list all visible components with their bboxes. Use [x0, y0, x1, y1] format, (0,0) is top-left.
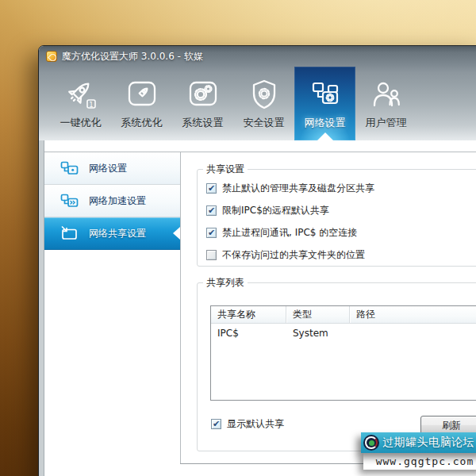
cell-share-name: IPC$: [211, 328, 286, 339]
app-logo-icon: [46, 51, 57, 62]
forum-website: www.gqgtpc.com: [376, 455, 474, 467]
show-default-share-row: ✔ 显示默认共享: [211, 417, 284, 431]
table-header: 共享名称 类型 路径: [211, 306, 476, 324]
tab-user-management[interactable]: 用户管理: [355, 67, 416, 140]
checkbox-row: ✔ 禁止默认的管理共享及磁盘分区共享: [206, 182, 374, 195]
sidebar-item-network-settings[interactable]: 网络设置: [44, 152, 180, 185]
group-title: 共享列表: [203, 277, 248, 289]
column-header-share-name[interactable]: 共享名称: [211, 306, 286, 323]
checkbox-label: 禁止默认的管理共享及磁盘分区共享: [222, 182, 374, 195]
sidebar-item-network-share[interactable]: 网络共享设置: [44, 217, 180, 250]
tab-security-settings[interactable]: 安全设置: [233, 67, 294, 140]
main-toolbar: 1 一键优化: [39, 67, 476, 140]
check-icon: ✔: [208, 206, 215, 215]
tab-label: 系统设置: [182, 116, 224, 130]
tab-one-key-optimize[interactable]: 1 一键优化: [50, 67, 111, 140]
checkbox-dont-save-visited-share-folders[interactable]: [206, 250, 217, 260]
column-header-type[interactable]: 类型: [286, 306, 350, 323]
watermark-url-box: www.gqgtpc.com: [363, 453, 476, 470]
tab-label: 网络设置: [305, 116, 346, 130]
sidebar-item-label: 网络共享设置: [89, 227, 146, 240]
selected-tab-arrow: [317, 132, 333, 140]
svg-text:1: 1: [89, 101, 93, 109]
column-header-path[interactable]: 路径: [350, 306, 476, 323]
checkbox-forbid-ipc-null-connection[interactable]: ✔: [206, 228, 217, 238]
checkbox-label: 禁止进程间通讯, IPC$ 的空连接: [222, 226, 357, 240]
tab-label: 安全设置: [244, 116, 285, 130]
sidebar: 网络设置 网络加速设置: [44, 152, 180, 250]
network-settings-icon: [60, 161, 79, 175]
check-icon: ✔: [208, 184, 215, 193]
checkbox-show-default-share[interactable]: ✔: [211, 419, 221, 429]
watermark-banner: 过期罐头电脑论坛: [361, 432, 476, 453]
window-title: 魔方优化设置大师 3.0.0.6 - 软媒: [62, 50, 203, 63]
rocket-badge-icon: 1: [63, 79, 99, 110]
checkbox-disable-admin-share[interactable]: ✔: [206, 183, 217, 194]
checkbox-label: 显示默认共享: [227, 417, 284, 431]
network-nodes-icon: [307, 79, 344, 110]
forum-name: 过期罐头电脑论坛: [382, 436, 474, 450]
checkbox-row: ✔ 禁止进程间通讯, IPC$ 的空连接: [206, 226, 357, 240]
checkbox-restrict-ipc-remote-share[interactable]: ✔: [206, 205, 217, 216]
app-window: 魔方优化设置大师 3.0.0.6 - 软媒 1: [38, 45, 476, 476]
shield-gear-icon: [246, 79, 282, 110]
network-acceleration-icon: [60, 194, 79, 208]
tab-system-settings[interactable]: 系统设置: [172, 67, 233, 140]
checkbox-row: ✔ 限制IPC$的远程默认共享: [206, 204, 329, 217]
sidebar-item-label: 网络设置: [89, 162, 127, 175]
title-bar[interactable]: 魔方优化设置大师 3.0.0.6 - 软媒: [39, 46, 476, 67]
tab-label: 一键优化: [60, 116, 102, 130]
network-share-icon: [60, 226, 79, 240]
group-title: 共享设置: [203, 163, 248, 175]
tab-label: 用户管理: [366, 116, 407, 130]
checkbox-label: 不保存访问过的共享文件夹的位置: [222, 248, 365, 262]
users-icon: [368, 79, 405, 110]
sidebar-item-label: 网络加速设置: [89, 194, 146, 208]
check-icon: ✔: [208, 228, 215, 237]
cell-type: System: [286, 328, 350, 339]
forum-logo-icon: [363, 435, 379, 451]
tab-system-optimize[interactable]: 系统优化: [111, 67, 172, 140]
monitor-gears-icon: [185, 79, 221, 110]
selected-item-arrow: [173, 227, 180, 240]
share-list-table[interactable]: 共享名称 类型 路径 IPC$ System: [210, 305, 476, 401]
sidebar-item-network-acceleration[interactable]: 网络加速设置: [44, 185, 180, 217]
tab-network-settings[interactable]: 网络设置: [294, 67, 355, 140]
content-panel: 网络设置 网络加速设置: [44, 140, 476, 476]
sidebar-divider: [180, 152, 181, 464]
window-header: 魔方优化设置大师 3.0.0.6 - 软媒 1: [39, 46, 476, 140]
table-row[interactable]: IPC$ System: [211, 324, 476, 343]
tab-label: 系统优化: [121, 116, 163, 130]
monitor-rocket-icon: [124, 79, 160, 110]
check-icon: ✔: [213, 420, 220, 428]
checkbox-label: 限制IPC$的远程默认共享: [222, 204, 329, 217]
checkbox-row: 不保存访问过的共享文件夹的位置: [206, 248, 365, 262]
share-settings-group: 共享设置 ✔ 禁止默认的管理共享及磁盘分区共享 ✔ 限制IPC$的远程默认共享 …: [197, 169, 476, 267]
